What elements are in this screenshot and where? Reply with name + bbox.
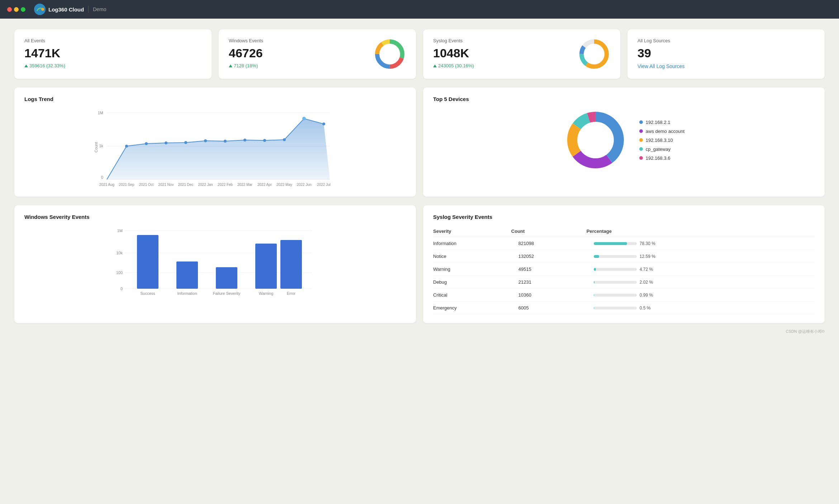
arrow-up-icon (433, 64, 437, 67)
svg-text:2022 Jun: 2022 Jun (297, 183, 311, 187)
severity-percentage: 12.59 % (587, 250, 815, 263)
arrow-up-icon (24, 64, 28, 67)
svg-point-22 (165, 141, 167, 144)
svg-point-20 (125, 145, 128, 148)
top5-devices-card: Top 5 Devices (423, 87, 825, 197)
legend-dot (639, 120, 643, 124)
bottom-row: Windows Severity Events 1M 10k 100 0 (14, 205, 825, 323)
svg-point-1 (41, 8, 44, 11)
devices-donut-chart (563, 108, 628, 172)
severity-percentage: 2.02 % (587, 276, 815, 289)
syslog-events-card: Syslog Events 1048K 243005 (30.16%) (423, 29, 620, 79)
arrow-up-icon (229, 64, 232, 67)
severity-name: Notice (433, 250, 511, 263)
syslog-events-value: 1048K (433, 46, 578, 60)
svg-text:2022 Feb: 2022 Feb (218, 183, 233, 187)
severity-percentage: 78.30 % (587, 237, 815, 250)
table-row: Debug212312.02 % (433, 276, 815, 289)
logo: Log360 Cloud (34, 4, 84, 15)
col-count: Count (511, 226, 587, 237)
all-events-value: 1471K (24, 46, 202, 60)
svg-point-30 (322, 123, 325, 125)
severity-count: 21231 (511, 276, 587, 289)
svg-rect-60 (216, 267, 237, 289)
svg-point-23 (184, 141, 187, 144)
severity-name: Emergency (433, 302, 511, 315)
svg-rect-61 (255, 244, 277, 289)
view-all-log-sources-link[interactable]: View All Log Sources (637, 63, 684, 69)
severity-count: 6005 (511, 302, 587, 315)
header-demo: Demo (93, 6, 106, 12)
svg-text:2021 Dec: 2021 Dec (178, 183, 194, 187)
svg-point-29 (302, 117, 306, 120)
pct-label: 2.02 % (640, 280, 653, 285)
maximize-button[interactable] (21, 7, 25, 12)
svg-text:2022 Jan: 2022 Jan (198, 183, 213, 187)
severity-table: Severity Count Percentage Information821… (433, 226, 815, 315)
svg-point-21 (145, 142, 148, 145)
top5-devices-title: Top 5 Devices (433, 96, 815, 102)
col-severity: Severity (433, 226, 511, 237)
windows-events-value: 46726 (229, 46, 374, 60)
legend-dot (639, 138, 643, 142)
svg-text:Count: Count (94, 142, 98, 152)
pct-label: 0.5 % (640, 306, 651, 311)
all-events-card: All Events 1471K 359616 (32.33%) (14, 29, 212, 79)
main-content: All Events 1471K 359616 (32.33%) Windows… (0, 19, 839, 345)
logs-trend-card: Logs Trend 1M 1k 0 Count (14, 87, 416, 197)
syslog-donut-chart (578, 38, 610, 70)
severity-percentage: 0.5 % (587, 302, 815, 315)
svg-text:0: 0 (120, 287, 123, 291)
all-log-sources-card: All Log Sources 39 View All Log Sources (627, 29, 825, 79)
pct-label: 4.72 % (640, 267, 653, 272)
window-controls (7, 7, 25, 12)
windows-severity-chart: 1M 10k 100 0 (24, 226, 406, 299)
table-row: Emergency60050.5 % (433, 302, 815, 315)
syslog-events-change: 243005 (30.16%) (433, 63, 578, 68)
severity-name: Information (433, 237, 511, 250)
middle-row: Logs Trend 1M 1k 0 Count (14, 87, 825, 197)
svg-rect-58 (137, 235, 158, 289)
legend-dot (639, 129, 643, 133)
svg-text:2021 Nov: 2021 Nov (158, 183, 174, 187)
windows-events-card: Windows Events 46726 7128 (18%) (219, 29, 416, 79)
svg-text:2022 May: 2022 May (276, 183, 292, 187)
pct-label: 0.99 % (640, 293, 653, 298)
legend-item: 192.168.3.6 (639, 155, 684, 161)
svg-text:1k: 1k (99, 144, 103, 148)
all-log-sources-label: All Log Sources (637, 38, 815, 43)
severity-count: 49515 (511, 263, 587, 276)
table-row: Critical103600.99 % (433, 289, 815, 302)
svg-text:100: 100 (116, 270, 123, 275)
all-events-label: All Events (24, 38, 202, 43)
syslog-events-label: Syslog Events (433, 38, 578, 43)
table-row: Warning495154.72 % (433, 263, 815, 276)
trend-svg: 1M 1k 0 Count (24, 108, 406, 187)
logs-trend-title: Logs Trend (24, 96, 406, 102)
header-divider (88, 6, 89, 13)
svg-text:Information: Information (177, 291, 197, 296)
svg-rect-62 (280, 240, 302, 289)
svg-text:1M: 1M (117, 229, 123, 233)
app-header: Log360 Cloud Demo (0, 0, 839, 19)
table-row: Notice13205212.59 % (433, 250, 815, 263)
svg-text:2021 Aug: 2021 Aug (99, 183, 114, 187)
windows-severity-card: Windows Severity Events 1M 10k 100 0 (14, 205, 416, 323)
svg-point-49 (578, 122, 613, 158)
svg-text:0: 0 (101, 175, 103, 179)
svg-text:2021 Oct: 2021 Oct (139, 183, 154, 187)
close-button[interactable] (7, 7, 12, 12)
svg-point-25 (224, 140, 227, 143)
syslog-severity-card: Syslog Severity Events Severity Count Pe… (423, 205, 825, 323)
severity-name: Critical (433, 289, 511, 302)
devices-legend: 192.168.2.1 aws demo account 192.168.3.1… (639, 120, 684, 161)
devices-inner: 192.168.2.1 aws demo account 192.168.3.1… (433, 108, 815, 172)
legend-item: cp_gateway (639, 147, 684, 152)
windows-donut-chart (374, 38, 406, 70)
svg-text:2021 Sep: 2021 Sep (119, 183, 134, 187)
windows-severity-title: Windows Severity Events (24, 214, 406, 220)
logs-trend-chart: 1M 1k 0 Count (24, 108, 406, 188)
severity-percentage: 4.72 % (587, 263, 815, 276)
minimize-button[interactable] (14, 7, 19, 12)
svg-text:2022 Apr: 2022 Apr (257, 183, 272, 187)
